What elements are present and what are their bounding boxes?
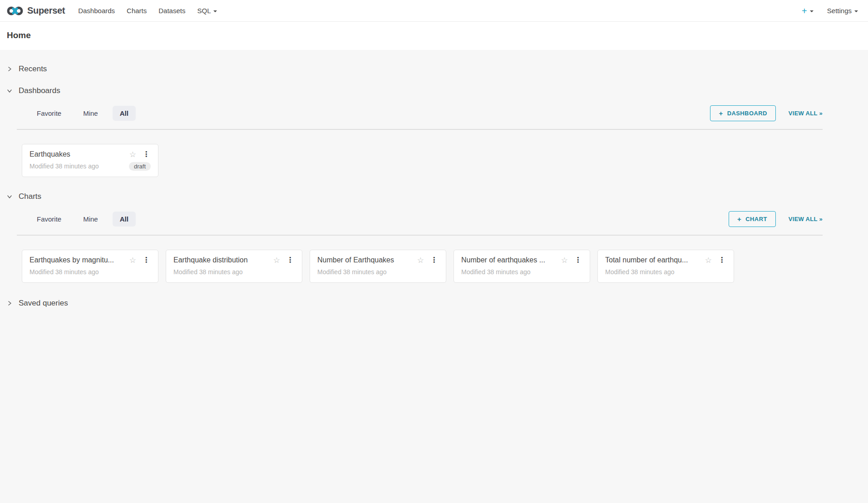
- section-recents: Recents: [0, 64, 868, 74]
- card-header: Number of Earthquakes ☆ ⋮: [317, 256, 439, 264]
- nav-item-charts[interactable]: Charts: [121, 0, 153, 22]
- card-footer: Modified 38 minutes ago: [317, 267, 439, 276]
- chart-card[interactable]: Total number of earthqu... ☆ ⋮ Modified …: [597, 250, 734, 283]
- nav-item-label: SQL: [197, 7, 211, 15]
- modified-text: Modified 38 minutes ago: [605, 268, 675, 276]
- dashboard-card-earthquakes[interactable]: Earthquakes ☆ ⋮ Modified 38 minutes ago …: [22, 144, 158, 177]
- tab-favorite[interactable]: Favorite: [30, 212, 69, 227]
- nav-item-label: Dashboards: [78, 7, 115, 15]
- chart-card[interactable]: Number of Earthquakes ☆ ⋮ Modified 38 mi…: [310, 250, 446, 283]
- navbar-right: + Settings: [802, 6, 862, 15]
- nav-item-datasets[interactable]: Datasets: [153, 0, 191, 22]
- section-label: Charts: [19, 192, 41, 201]
- section-header-recents[interactable]: Recents: [0, 64, 868, 74]
- kebab-menu-icon[interactable]: ⋮: [142, 256, 151, 264]
- card-footer: Modified 38 minutes ago: [30, 267, 151, 276]
- plus-icon: +: [737, 216, 741, 222]
- modified-text: Modified 38 minutes ago: [30, 163, 99, 170]
- card-title: Earthquakes: [30, 150, 124, 158]
- chart-card[interactable]: Number of earthquakes ... ☆ ⋮ Modified 3…: [454, 250, 590, 283]
- kebab-menu-icon[interactable]: ⋮: [429, 256, 439, 264]
- section-header-charts[interactable]: Charts: [0, 191, 868, 202]
- chevron-right-icon: [7, 66, 12, 72]
- favorite-star-icon[interactable]: ☆: [703, 256, 714, 264]
- charts-tabs: Favorite Mine All: [30, 212, 136, 227]
- card-title: Earthquake distribution: [173, 256, 268, 264]
- favorite-star-icon[interactable]: ☆: [559, 256, 570, 264]
- dashboards-actions: + DASHBOARD VIEW ALL »: [710, 105, 823, 121]
- brand-name: Superset: [27, 5, 65, 16]
- new-dashboard-button[interactable]: + DASHBOARD: [710, 105, 775, 121]
- chart-card[interactable]: Earthquake distribution ☆ ⋮ Modified 38 …: [166, 250, 302, 283]
- section-charts: Charts Favorite Mine All + CHART VIEW AL…: [0, 191, 868, 283]
- nav-item-label: Datasets: [158, 7, 185, 15]
- section-label: Recents: [19, 64, 47, 74]
- kebab-menu-icon[interactable]: ⋮: [142, 151, 151, 158]
- section-label: Dashboards: [19, 86, 60, 95]
- card-footer: Modified 38 minutes ago: [173, 267, 295, 276]
- favorite-star-icon[interactable]: ☆: [128, 256, 138, 264]
- dashboards-panel: Favorite Mine All + DASHBOARD VIEW ALL »…: [17, 105, 823, 177]
- kebab-menu-icon[interactable]: ⋮: [286, 256, 295, 264]
- modified-text: Modified 38 minutes ago: [317, 268, 387, 276]
- card-title: Earthquakes by magnitu...: [30, 256, 124, 264]
- tab-mine[interactable]: Mine: [76, 106, 105, 121]
- section-header-dashboards[interactable]: Dashboards: [0, 85, 868, 96]
- page-title: Home: [7, 30, 861, 40]
- card-header: Earthquake distribution ☆ ⋮: [173, 256, 295, 264]
- favorite-star-icon[interactable]: ☆: [415, 256, 426, 264]
- new-item-menu[interactable]: +: [802, 6, 814, 15]
- card-title: Total number of earthqu...: [605, 256, 700, 264]
- card-footer: Modified 38 minutes ago: [461, 267, 582, 276]
- card-header: Earthquakes ☆ ⋮: [30, 150, 151, 158]
- card-title: Number of Earthquakes: [317, 256, 412, 264]
- card-footer: Modified 38 minutes ago draft: [30, 162, 151, 171]
- tab-mine[interactable]: Mine: [76, 212, 105, 227]
- plus-icon: +: [719, 110, 723, 117]
- chevron-right-icon: [7, 301, 12, 306]
- charts-cards-row: Earthquakes by magnitu... ☆ ⋮ Modified 3…: [17, 236, 823, 283]
- caret-down-icon: [810, 10, 814, 12]
- kebab-menu-icon[interactable]: ⋮: [717, 256, 726, 264]
- card-header: Number of earthquakes ... ☆ ⋮: [461, 256, 582, 264]
- page-title-band: Home: [0, 22, 868, 50]
- modified-text: Modified 38 minutes ago: [173, 268, 243, 276]
- charts-actions: + CHART VIEW ALL »: [729, 211, 823, 227]
- dashboards-cards-row: Earthquakes ☆ ⋮ Modified 38 minutes ago …: [17, 130, 823, 177]
- tab-favorite[interactable]: Favorite: [30, 106, 69, 121]
- chart-card[interactable]: Earthquakes by magnitu... ☆ ⋮ Modified 3…: [22, 250, 158, 283]
- card-header: Earthquakes by magnitu... ☆ ⋮: [30, 256, 151, 264]
- settings-label: Settings: [827, 7, 852, 15]
- new-dashboard-button-label: DASHBOARD: [727, 110, 767, 117]
- chevron-down-icon: [7, 194, 12, 199]
- view-all-dashboards-link[interactable]: VIEW ALL »: [789, 110, 823, 117]
- tab-all[interactable]: All: [113, 212, 136, 227]
- dashboards-tabs: Favorite Mine All: [30, 106, 136, 121]
- section-header-saved-queries[interactable]: Saved queries: [0, 298, 868, 309]
- nav-item-sql[interactable]: SQL: [191, 0, 223, 22]
- chevron-down-icon: [7, 88, 12, 94]
- section-dashboards: Dashboards Favorite Mine All + DASHBOARD…: [0, 85, 868, 177]
- card-title: Number of earthquakes ...: [461, 256, 556, 264]
- status-badge: draft: [129, 162, 151, 171]
- new-chart-button-label: CHART: [745, 216, 767, 222]
- view-all-charts-link[interactable]: VIEW ALL »: [789, 216, 823, 222]
- charts-submenu: Favorite Mine All + CHART VIEW ALL »: [17, 211, 823, 236]
- caret-down-icon: [854, 10, 858, 12]
- nav-item-dashboards[interactable]: Dashboards: [72, 0, 121, 22]
- new-chart-button[interactable]: + CHART: [729, 211, 776, 227]
- superset-logo[interactable]: Superset: [6, 5, 65, 17]
- primary-nav: Dashboards Charts Datasets SQL: [72, 0, 223, 22]
- settings-menu[interactable]: Settings: [827, 7, 858, 15]
- home-content: Recents Dashboards Favorite Mine All + D…: [0, 50, 868, 309]
- top-navbar: Superset Dashboards Charts Datasets SQL …: [0, 0, 868, 22]
- favorite-star-icon[interactable]: ☆: [271, 256, 282, 264]
- caret-down-icon: [213, 10, 217, 12]
- section-label: Saved queries: [19, 299, 68, 308]
- charts-panel: Favorite Mine All + CHART VIEW ALL » Ear…: [17, 211, 823, 283]
- tab-all[interactable]: All: [113, 106, 136, 121]
- favorite-star-icon[interactable]: ☆: [128, 151, 138, 158]
- kebab-menu-icon[interactable]: ⋮: [573, 256, 582, 264]
- section-saved-queries: Saved queries: [0, 298, 868, 309]
- modified-text: Modified 38 minutes ago: [461, 268, 531, 276]
